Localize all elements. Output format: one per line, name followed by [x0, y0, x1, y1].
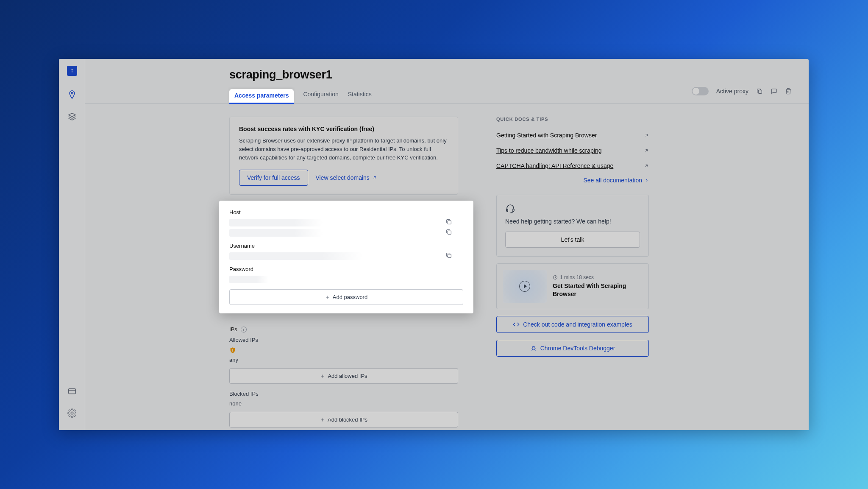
header: scraping_browser1 Access parameters Conf… — [85, 59, 809, 104]
shield-icon — [229, 346, 236, 354]
sidebar-location-icon[interactable] — [67, 89, 77, 100]
sidebar-settings-icon[interactable] — [67, 408, 77, 418]
view-domains-label: View select domains — [316, 174, 370, 181]
svg-rect-7 — [448, 221, 451, 224]
add-password-label: Add password — [333, 294, 367, 300]
copy-host-2-icon[interactable] — [445, 229, 452, 235]
password-value — [229, 276, 268, 283]
docs-heading: QUICK DOCS & TIPS — [496, 117, 649, 122]
svg-rect-18 — [532, 347, 535, 350]
code-examples-label: Check out code and integration examples — [523, 321, 632, 328]
host-value-2 — [229, 229, 323, 237]
duplicate-icon[interactable] — [756, 88, 763, 95]
video-card[interactable]: 1 mins 18 secs Get Started With Scraping… — [496, 263, 649, 309]
play-icon — [519, 281, 530, 292]
username-label: Username — [229, 243, 463, 249]
video-title: Get Started With Scraping Browser — [553, 282, 643, 298]
main: scraping_browser1 Access parameters Conf… — [85, 59, 809, 430]
password-label: Password — [229, 266, 463, 272]
ips-section: IPs i Allowed IPs any Add allowed IPs Bl… — [229, 326, 458, 428]
svg-rect-6 — [758, 90, 762, 93]
info-icon[interactable]: i — [241, 327, 247, 333]
blocked-ips-label: Blocked IPs — [229, 391, 458, 397]
add-allowed-ips-label: Add allowed IPs — [328, 373, 367, 379]
clock-icon — [553, 275, 558, 280]
code-icon — [513, 321, 520, 328]
plus-icon — [325, 295, 330, 300]
kyc-body: Scraping Browser uses our extensive prox… — [239, 137, 448, 162]
svg-point-2 — [71, 92, 72, 94]
username-value — [229, 252, 362, 260]
host-value-1 — [229, 219, 323, 226]
doc-link-1-label: Tips to reduce bandwidth while scraping — [496, 147, 602, 154]
svg-point-5 — [71, 412, 73, 414]
sidebar-layers-icon[interactable] — [67, 112, 77, 122]
add-blocked-ips-button[interactable]: Add blocked IPs — [229, 412, 458, 428]
kyc-banner: Boost success rates with KYC verificatio… — [229, 117, 458, 195]
sidebar — [59, 59, 85, 430]
external-link-icon — [644, 163, 649, 168]
header-actions: Active proxy — [692, 87, 792, 95]
external-link-icon — [372, 175, 377, 180]
delete-icon[interactable] — [785, 88, 792, 95]
tab-access-parameters[interactable]: Access parameters — [229, 89, 294, 104]
doc-link-2[interactable]: CAPTCHA handling: API Reference & usage — [496, 158, 649, 173]
code-examples-button[interactable]: Check out code and integration examples — [496, 316, 649, 333]
headset-icon — [505, 204, 640, 214]
external-link-icon — [644, 148, 649, 153]
lets-talk-button[interactable]: Let's talk — [505, 232, 640, 248]
credentials-panel: Host Username — [219, 201, 473, 313]
video-duration: 1 mins 18 secs — [553, 274, 643, 280]
right-column: QUICK DOCS & TIPS Getting Started with S… — [496, 117, 649, 430]
add-blocked-ips-label: Add blocked IPs — [328, 416, 367, 423]
blocked-ips-value: none — [229, 400, 458, 407]
chat-icon[interactable] — [771, 88, 777, 95]
svg-rect-3 — [68, 389, 75, 394]
doc-link-1[interactable]: Tips to reduce bandwidth while scraping — [496, 143, 649, 158]
devtools-button[interactable]: Chrome DevTools Debugger — [496, 340, 649, 357]
see-all-docs-link[interactable]: See all documentation — [496, 177, 649, 184]
bug-icon — [530, 345, 537, 352]
external-link-icon — [644, 133, 649, 138]
sidebar-billing-icon[interactable] — [67, 386, 77, 396]
see-all-label: See all documentation — [583, 177, 642, 184]
plus-icon — [320, 417, 325, 422]
page-title: scraping_browser1 — [229, 68, 792, 81]
video-thumbnail — [503, 270, 547, 303]
svg-rect-8 — [448, 231, 451, 235]
content: Boost success rates with KYC verificatio… — [85, 104, 809, 430]
allowed-ips-value: any — [229, 357, 458, 363]
allowed-ips-label: Allowed IPs — [229, 337, 458, 343]
add-allowed-ips-button[interactable]: Add allowed IPs — [229, 368, 458, 384]
active-proxy-label: Active proxy — [716, 88, 748, 95]
help-text: Need help getting started? We can help! — [505, 218, 640, 225]
devtools-label: Chrome DevTools Debugger — [540, 345, 615, 352]
copy-host-1-icon[interactable] — [445, 218, 452, 225]
doc-link-0-label: Getting Started with Scraping Browser — [496, 132, 597, 139]
plus-icon — [320, 374, 325, 379]
svg-point-0 — [72, 69, 72, 70]
active-proxy-toggle[interactable] — [692, 87, 709, 95]
doc-link-0[interactable]: Getting Started with Scraping Browser — [496, 128, 649, 143]
tab-statistics[interactable]: Statistics — [348, 91, 372, 102]
copy-username-icon[interactable] — [445, 252, 452, 259]
left-column: Boost success rates with KYC verificatio… — [229, 117, 458, 430]
kyc-title: Boost success rates with KYC verificatio… — [239, 126, 448, 132]
ips-heading: IPs — [229, 326, 237, 333]
svg-point-12 — [232, 351, 233, 352]
host-label: Host — [229, 209, 463, 215]
add-password-button[interactable]: Add password — [229, 289, 463, 305]
help-card: Need help getting started? We can help! … — [496, 195, 649, 257]
view-domains-link[interactable]: View select domains — [316, 174, 377, 181]
svg-rect-9 — [448, 254, 451, 258]
verify-button[interactable]: Verify for full access — [239, 170, 308, 186]
app-window: scraping_browser1 Access parameters Conf… — [59, 59, 809, 430]
sidebar-info-icon[interactable] — [67, 66, 77, 76]
chevron-right-icon — [645, 178, 649, 182]
doc-link-2-label: CAPTCHA handling: API Reference & usage — [496, 162, 613, 169]
tab-configuration[interactable]: Configuration — [303, 91, 338, 102]
